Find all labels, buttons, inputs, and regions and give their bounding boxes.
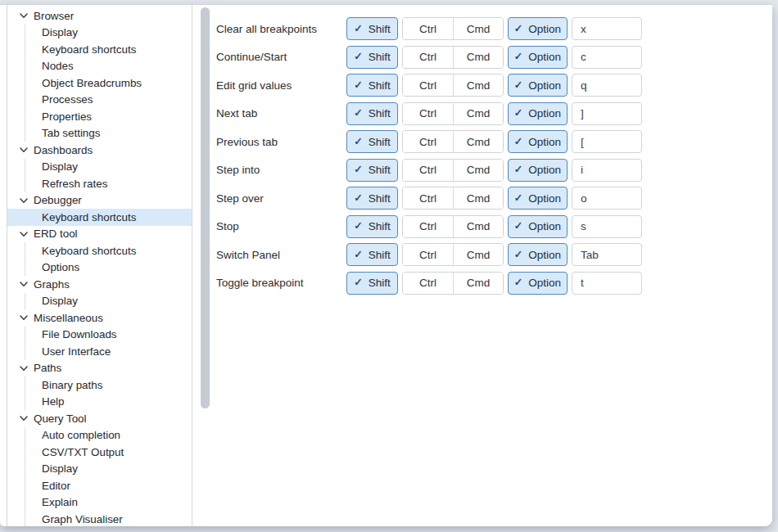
shift-toggle-button[interactable]: ✓ Shift xyxy=(346,215,398,238)
chevron-down-icon[interactable] xyxy=(19,413,29,424)
tree-child-item[interactable]: Object Breadcrumbs xyxy=(42,74,192,92)
shift-toggle-button[interactable]: ✓ Shift xyxy=(346,74,398,97)
cmd-toggle-button[interactable]: Cmd xyxy=(453,74,503,96)
ctrl-toggle-button[interactable]: Ctrl xyxy=(403,131,453,152)
tree-child-item[interactable]: Help xyxy=(42,394,192,411)
tree-child-item[interactable]: Tab settings xyxy=(42,125,192,142)
cmd-toggle-button[interactable]: Cmd xyxy=(453,103,503,124)
tree-child-label: CSV/TXT Output xyxy=(42,446,124,458)
ctrl-cmd-group: Ctrl Cmd xyxy=(402,17,504,40)
cmd-toggle-button[interactable]: Cmd xyxy=(453,47,503,68)
chevron-down-icon[interactable] xyxy=(19,195,29,205)
tree-group-item[interactable]: Browser xyxy=(7,7,192,25)
tree-group-item[interactable]: Graphs xyxy=(7,276,192,293)
tree-child-item[interactable]: Editor xyxy=(42,477,192,494)
tree-child-item[interactable]: Nodes xyxy=(42,58,192,75)
key-input[interactable] xyxy=(572,74,642,97)
key-input[interactable] xyxy=(572,215,642,238)
shift-toggle-button[interactable]: ✓ Shift xyxy=(346,102,398,125)
check-icon: ✓ xyxy=(354,108,362,119)
option-toggle-label: Option xyxy=(528,220,561,232)
ctrl-toggle-button[interactable]: Ctrl xyxy=(403,74,453,96)
cmd-toggle-button[interactable]: Cmd xyxy=(453,244,503,265)
ctrl-toggle-button[interactable]: Ctrl xyxy=(403,18,453,39)
ctrl-toggle-button[interactable]: Ctrl xyxy=(403,160,453,181)
tree-child-item[interactable]: CSV/TXT Output xyxy=(42,444,192,461)
tree-child-item[interactable]: Display xyxy=(42,25,192,42)
shortcut-label: Next tab xyxy=(216,107,346,119)
key-input[interactable] xyxy=(572,187,642,210)
cmd-toggle-button[interactable]: Cmd xyxy=(453,131,503,152)
tree-child-item[interactable]: Binary paths xyxy=(42,376,192,394)
chevron-down-icon[interactable] xyxy=(19,313,29,323)
option-toggle-button[interactable]: ✓ Option xyxy=(508,243,568,266)
option-toggle-button[interactable]: ✓ Option xyxy=(508,187,568,210)
shift-toggle-button[interactable]: ✓ Shift xyxy=(346,272,398,295)
ctrl-toggle-button[interactable]: Ctrl xyxy=(403,216,453,237)
sidebar-scrollbar-thumb[interactable] xyxy=(201,7,210,408)
tree-child-item[interactable]: Keyboard shortcuts xyxy=(42,209,192,226)
shortcut-row: Previous tab ✓ Shift Ctrl Cmd ✓ Option xyxy=(216,130,772,153)
key-input[interactable] xyxy=(572,272,642,295)
chevron-down-icon[interactable] xyxy=(19,363,29,373)
chevron-down-icon[interactable] xyxy=(19,145,29,156)
tree-child-item[interactable]: Explain xyxy=(42,494,192,512)
key-input[interactable] xyxy=(572,102,642,125)
cmd-toggle-button[interactable]: Cmd xyxy=(453,18,503,39)
tree-child-item[interactable]: Display xyxy=(42,461,192,478)
tree-child-item[interactable]: Graph Visualiser xyxy=(42,511,192,526)
key-input[interactable] xyxy=(572,46,642,69)
ctrl-toggle-button[interactable]: Ctrl xyxy=(403,273,453,294)
tree-child-item[interactable]: File Downloads xyxy=(42,327,192,344)
option-toggle-button[interactable]: ✓ Option xyxy=(508,215,568,238)
ctrl-cmd-group: Ctrl Cmd xyxy=(402,130,504,153)
ctrl-toggle-button[interactable]: Ctrl xyxy=(403,187,453,209)
key-input[interactable] xyxy=(572,17,642,40)
shift-toggle-button[interactable]: ✓ Shift xyxy=(346,130,398,153)
tree-group-item[interactable]: ERD tool xyxy=(7,226,192,243)
tree-group-label: Dashboards xyxy=(34,144,93,156)
cmd-toggle-button[interactable]: Cmd xyxy=(453,273,503,294)
tree-group-item[interactable]: Dashboards xyxy=(7,142,192,159)
tree-group-item[interactable]: Query Tool xyxy=(7,410,192,427)
tree-child-item[interactable]: Processes xyxy=(42,92,192,109)
key-input[interactable] xyxy=(572,243,642,266)
tree-child-item[interactable]: Properties xyxy=(42,108,192,125)
shift-toggle-button[interactable]: ✓ Shift xyxy=(346,159,398,182)
tree-group-item[interactable]: Miscellaneous xyxy=(7,309,192,327)
tree-child-item[interactable]: Keyboard shortcuts xyxy=(42,41,192,58)
tree-group-item[interactable]: Paths xyxy=(7,360,192,377)
cmd-toggle-button[interactable]: Cmd xyxy=(453,160,503,181)
tree-child-item[interactable]: Auto completion xyxy=(42,427,192,444)
ctrl-toggle-button[interactable]: Ctrl xyxy=(403,103,453,124)
tree-child-item[interactable]: Options xyxy=(42,259,192,277)
tree-group-item[interactable]: Debugger xyxy=(7,192,192,210)
cmd-toggle-button[interactable]: Cmd xyxy=(453,187,503,209)
tree-child-item[interactable]: User Interface xyxy=(42,343,192,360)
chevron-down-icon[interactable] xyxy=(19,228,29,239)
option-toggle-button[interactable]: ✓ Option xyxy=(508,74,568,97)
shift-toggle-button[interactable]: ✓ Shift xyxy=(346,187,398,210)
tree-child-item[interactable]: Refresh rates xyxy=(42,175,192,192)
option-toggle-button[interactable]: ✓ Option xyxy=(508,46,568,69)
ctrl-cmd-group: Ctrl Cmd xyxy=(402,46,504,69)
shift-toggle-button[interactable]: ✓ Shift xyxy=(346,243,398,266)
option-toggle-button[interactable]: ✓ Option xyxy=(508,17,568,40)
ctrl-toggle-button[interactable]: Ctrl xyxy=(403,244,453,265)
chevron-down-icon[interactable] xyxy=(19,279,29,290)
shortcut-row: Next tab ✓ Shift Ctrl Cmd ✓ Option xyxy=(216,102,772,125)
ctrl-toggle-button[interactable]: Ctrl xyxy=(403,47,453,68)
tree-child-item[interactable]: Keyboard shortcuts xyxy=(42,242,192,259)
shift-toggle-button[interactable]: ✓ Shift xyxy=(346,17,398,40)
chevron-down-icon[interactable] xyxy=(19,11,29,21)
key-input[interactable] xyxy=(572,159,642,182)
cmd-toggle-button[interactable]: Cmd xyxy=(453,216,503,237)
key-input[interactable] xyxy=(572,130,642,153)
tree-child-item[interactable]: Display xyxy=(42,293,192,310)
option-toggle-button[interactable]: ✓ Option xyxy=(508,159,568,182)
option-toggle-button[interactable]: ✓ Option xyxy=(508,102,568,125)
option-toggle-button[interactable]: ✓ Option xyxy=(508,130,568,153)
option-toggle-button[interactable]: ✓ Option xyxy=(508,272,568,295)
tree-child-item[interactable]: Display xyxy=(42,159,192,176)
shift-toggle-button[interactable]: ✓ Shift xyxy=(346,46,398,69)
